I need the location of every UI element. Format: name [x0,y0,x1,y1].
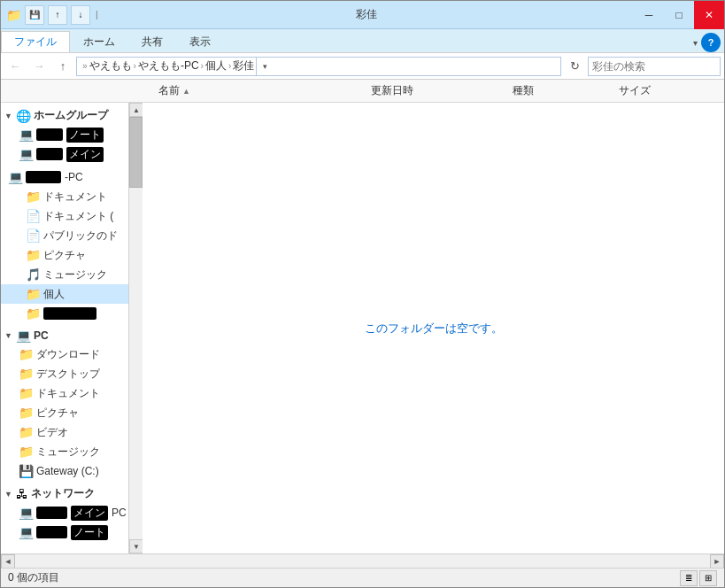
quick-access-btn-3[interactable]: ↓ [71,5,90,25]
sidebar: ▼ 🌐 ホームグループ 💻 ノート [1,103,128,549]
close-button[interactable]: ✕ [694,1,724,29]
homegroup-expand: ▼ [4,112,13,120]
breadcrumb-part-1[interactable]: やえもも [89,58,132,74]
download-icon: 📁 [19,347,33,361]
folder-redacted-icon: 📁 [26,306,40,321]
documents-label: ドキュメント [36,386,100,401]
kojin-icon: 📁 [26,287,40,301]
sidebar-item-documents-sub[interactable]: 📁 ドキュメント [1,187,128,206]
sidebar-item-download[interactable]: 📁 ダウンロード [1,344,128,364]
breadcrumb-current[interactable]: 彩佳 [233,58,254,74]
sidebar-item-network-main[interactable]: 💻 メイン PC [1,503,128,522]
doc-sub2-label: ドキュメント ( [43,209,113,224]
sidebar-item-pictures-sub[interactable]: 📁 ピクチャ [1,245,128,265]
tab-share[interactable]: 共有 [128,31,176,52]
network-note-icon: 💻 [19,525,33,539]
minimize-button[interactable]: ─ [634,1,664,29]
sidebar-item-note[interactable]: 💻 ノート [1,125,128,144]
pic-sub-label: ピクチャ [43,248,86,263]
network-main-label-redacted [36,507,67,519]
sidebar-section-homegroup: ▼ 🌐 ホームグループ 💻 ノート [1,106,128,164]
col-date-label: 更新日時 [371,83,413,98]
network-note-label-redacted [36,526,67,538]
sidebar-item-documents-sub2[interactable]: 📄 ドキュメント ( [1,206,128,226]
network-main-suffix: PC [112,507,127,519]
up-button[interactable]: ↑ [52,56,73,77]
back-button[interactable]: ← [4,56,26,77]
vscroll-thumb[interactable] [129,117,143,188]
sidebar-item-pc-redacted[interactable]: 💻 -PC [1,167,128,187]
col-header-size[interactable]: サイズ [612,80,683,102]
hscroll-right-button[interactable]: ► [710,554,724,569]
tab-file[interactable]: ファイル [1,31,70,52]
sidebar-vscroll-bar[interactable]: ▲ ▼ [128,103,143,553]
sidebar-scroll-area[interactable]: ▼ 🌐 ホームグループ 💻 ノート [1,103,128,553]
network-label: ネットワーク [31,486,95,501]
network-expand: ▼ [4,490,13,499]
sidebar-item-music-sub[interactable]: 🎵 ミュージック [1,265,128,284]
breadcrumb-bar[interactable]: » やえもも › やえもも-PC › 個人 › 彩佳 ▾ [76,57,561,76]
network-header[interactable]: ▼ 🖧 ネットワーク [1,484,128,503]
music-icon: 📁 [19,445,33,459]
quick-access-sep: | [94,10,100,19]
view-details-button[interactable]: ≣ [680,570,698,586]
sidebar-section-pc-sub: 💻 -PC 📁 ドキュメント 📄 ドキュメント ( [1,167,128,323]
maximize-button[interactable]: □ [664,1,694,29]
col-header-name[interactable]: 名前 ▲ [151,80,364,102]
col-header-date[interactable]: 更新日時 [364,80,505,102]
search-bar[interactable]: 🔍 [588,57,721,76]
download-label: ダウンロード [36,347,100,362]
breadcrumb-part-3[interactable]: 個人 [205,58,227,74]
breadcrumb-dropdown[interactable]: ▾ [256,57,274,76]
sidebar-item-pictures[interactable]: 📁 ピクチャ [1,403,128,422]
sidebar-item-public[interactable]: 📄 パブリックのド [1,226,128,245]
sidebar-item-documents[interactable]: 📁 ドキュメント [1,383,128,403]
desktop-label: デスクトップ [36,367,100,382]
refresh-button[interactable]: ↻ [564,56,585,77]
desktop-icon: 📁 [19,367,33,381]
pc-sub-label: -PC [65,171,83,183]
sidebar-item-music[interactable]: 📁 ミュージック [1,442,128,461]
main-label-redacted [36,148,63,160]
tab-view[interactable]: 表示 [176,31,224,52]
ribbon-chevron[interactable]: ▾ [690,36,701,50]
sidebar-item-desktop[interactable]: 📁 デスクトップ [1,364,128,383]
search-input[interactable] [592,60,725,73]
note-label-redacted [36,128,63,141]
quick-access-btn-2[interactable]: ↑ [48,5,67,25]
col-header-type[interactable]: 種類 [505,80,612,102]
vscroll-down-button[interactable]: ▼ [129,539,143,553]
sidebar-container: ▼ 🌐 ホームグループ 💻 ノート [1,103,143,553]
sidebar-item-network-note[interactable]: 💻 ノート [1,522,128,542]
vscroll-up-button[interactable]: ▲ [129,103,143,117]
breadcrumb-folder-icon: » [82,61,88,71]
forward-button[interactable]: → [28,56,50,77]
view-large-button[interactable]: ⊞ [699,570,717,586]
pc-header[interactable]: ▼ 💻 PC [1,327,128,344]
homegroup-label: ホームグループ [34,108,108,123]
content-area: ▼ 🌐 ホームグループ 💻 ノート [1,103,724,553]
kojin-label: 個人 [43,287,65,302]
doc-sub-icon: 📁 [26,190,40,204]
gateway-label: Gateway (C:) [36,465,99,477]
breadcrumb-sep-3: › [228,61,231,71]
hscroll-track[interactable] [15,554,710,569]
help-button[interactable]: ? [701,33,721,52]
column-header: 名前 ▲ 更新日時 種類 サイズ [1,80,724,103]
pc-sub-label-redacted [26,171,61,183]
sidebar-section-pc: ▼ 💻 PC 📁 ダウンロード 📁 デスクトップ [1,327,128,481]
sidebar-item-folder-redacted[interactable]: 📁 [1,304,128,323]
tab-home[interactable]: ホーム [70,31,128,52]
network-note-label: ノート [71,525,108,540]
sidebar-item-main[interactable]: 💻 メイン [1,144,128,164]
quick-access-btn-1[interactable]: 💾 [25,5,44,25]
music-label: ミュージック [36,445,100,460]
breadcrumb-part-2[interactable]: やえもも-PC [138,58,199,74]
sidebar-item-kojin[interactable]: 📁 個人 [1,284,128,304]
video-label: ビデオ [36,425,68,440]
sidebar-item-gateway[interactable]: 💾 Gateway (C:) [1,461,128,481]
sidebar-item-video[interactable]: 📁 ビデオ [1,422,128,442]
homegroup-header[interactable]: ▼ 🌐 ホームグループ [1,106,128,125]
hscroll-left-button[interactable]: ◄ [1,554,15,569]
ribbon: ファイル ホーム 共有 表示 ▾ ? [1,29,724,53]
